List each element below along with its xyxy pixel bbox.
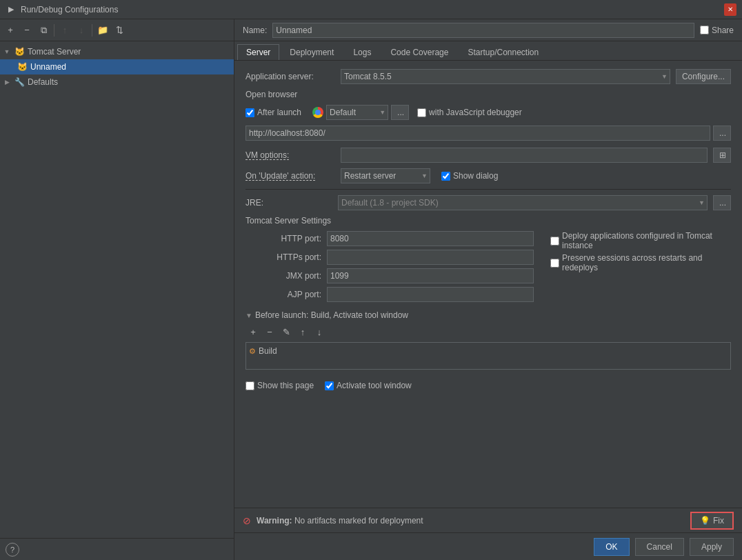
- jre-label: JRE:: [245, 198, 335, 208]
- config-tree: ▼ 🐱 Tomcat Server 🐱 Unnamed ▶ 🔧 Defaults: [0, 41, 234, 538]
- jre-select[interactable]: Default (1.8 - project SDK): [338, 195, 708, 210]
- tree-item-unnamed[interactable]: 🐱 Unnamed: [0, 59, 234, 74]
- js-debugger-label: with JavaScript debugger: [417, 108, 522, 117]
- on-update-label: On 'Update' action:: [245, 171, 335, 181]
- js-debugger-label-text: with JavaScript debugger: [429, 108, 522, 117]
- move-up-button[interactable]: ↑: [57, 23, 72, 38]
- preserve-sessions-text: Preserve sessions across restarts and re…: [562, 253, 731, 272]
- show-this-page-checkbox[interactable]: [245, 381, 254, 390]
- open-browser-header: Open browser: [245, 90, 731, 99]
- folder-button[interactable]: 📁: [95, 23, 110, 38]
- title-bar: ▶ Run/Debug Configurations ✕: [0, 0, 742, 19]
- add-config-button[interactable]: +: [3, 23, 18, 38]
- tab-code-coverage[interactable]: Code Coverage: [381, 44, 457, 60]
- tab-startup-connection[interactable]: Startup/Connection: [459, 44, 548, 60]
- defaults-icon: 🔧: [14, 77, 25, 88]
- open-browser-section: Open browser After launch Default ▼: [245, 90, 731, 141]
- http-port-label: HTTP port:: [245, 234, 321, 243]
- help-button[interactable]: ?: [6, 543, 19, 557]
- show-dialog-label: Show dialog: [441, 171, 498, 181]
- https-port-input[interactable]: [327, 250, 534, 265]
- remove-config-button[interactable]: −: [19, 23, 34, 38]
- url-input[interactable]: [245, 126, 710, 141]
- before-launch-down-button[interactable]: ↓: [312, 324, 327, 339]
- on-update-row: On 'Update' action: Restart server ▼ Sho…: [245, 168, 731, 183]
- on-update-select[interactable]: Restart server: [341, 168, 430, 183]
- tree-label-defaults: Defaults: [28, 77, 58, 87]
- ajp-port-input[interactable]: [327, 287, 534, 302]
- name-input[interactable]: [272, 23, 694, 38]
- jmx-port-label: JMX port:: [245, 271, 321, 281]
- ok-button[interactable]: OK: [594, 538, 629, 556]
- tomcat-settings-title: Tomcat Server Settings: [245, 216, 731, 226]
- apply-button[interactable]: Apply: [690, 538, 734, 556]
- url-more-button[interactable]: ...: [713, 126, 731, 141]
- activate-tool-window-label: Activate tool window: [325, 381, 412, 390]
- app-icon: ▶: [6, 4, 17, 15]
- left-bottom-bar: ?: [0, 538, 234, 560]
- jmx-port-input[interactable]: [327, 268, 534, 283]
- vm-options-expand-button[interactable]: ⊞: [713, 148, 731, 163]
- before-launch-title: Before launch: Build, Activate tool wind…: [255, 310, 408, 320]
- https-port-label: HTTPs port:: [245, 252, 321, 262]
- after-launch-row: After launch Default ▼ ...: [245, 105, 731, 120]
- vm-options-input[interactable]: [341, 148, 708, 163]
- show-dialog-checkbox[interactable]: [441, 172, 450, 181]
- unnamed-icon: 🐱: [17, 61, 28, 72]
- browser-more-button[interactable]: ...: [391, 105, 409, 120]
- configure-button[interactable]: Configure...: [676, 69, 731, 84]
- before-launch-edit-button[interactable]: ✎: [279, 324, 294, 339]
- preserve-sessions-checkbox[interactable]: [550, 259, 559, 268]
- tree-item-tomcat-server[interactable]: ▼ 🐱 Tomcat Server: [0, 44, 234, 59]
- sort-button[interactable]: ⇅: [112, 23, 127, 38]
- warning-bar: ⊘ Warning: No artifacts marked for deplo…: [234, 508, 742, 532]
- after-launch-checkbox[interactable]: [245, 108, 254, 117]
- before-launch-header: ▼ Before launch: Build, Activate tool wi…: [245, 310, 731, 320]
- name-row: Name: Share: [234, 19, 742, 41]
- before-launch-add-button[interactable]: +: [245, 324, 261, 339]
- jre-more-button[interactable]: ...: [713, 195, 731, 210]
- app-server-row: Application server: Tomcat 8.5.5 ▼ Confi…: [245, 69, 731, 84]
- tab-logs[interactable]: Logs: [344, 44, 380, 60]
- left-panel: + − ⧉ ↑ ↓ 📁 ⇅ ▼ 🐱 Tomcat Server 🐱 Unname…: [0, 19, 234, 560]
- fix-button[interactable]: 💡 Fix: [690, 512, 734, 530]
- separator-1: [245, 189, 731, 190]
- js-debugger-checkbox[interactable]: [417, 108, 426, 117]
- expand-arrow-tomcat: ▼: [3, 48, 11, 55]
- app-server-select[interactable]: Tomcat 8.5.5: [341, 69, 670, 84]
- fix-label: Fix: [713, 516, 724, 526]
- before-launch-collapse-arrow[interactable]: ▼: [245, 312, 252, 319]
- tomcat-settings: Tomcat Server Settings HTTP port: HTTPs …: [245, 216, 731, 302]
- name-label: Name:: [243, 26, 267, 35]
- activate-tool-window-text: Activate tool window: [337, 381, 412, 390]
- close-button[interactable]: ✕: [724, 3, 736, 16]
- cancel-button[interactable]: Cancel: [635, 538, 684, 556]
- move-down-button[interactable]: ↓: [74, 23, 89, 38]
- title-bar-text: Run/Debug Configurations: [21, 5, 720, 14]
- share-label: Share: [700, 26, 734, 35]
- build-item-label: Build: [259, 346, 277, 356]
- app-server-label: Application server:: [245, 72, 335, 81]
- copy-config-button[interactable]: ⧉: [36, 23, 51, 38]
- tabs-bar: Server Deployment Logs Code Coverage Sta…: [234, 41, 742, 61]
- share-checkbox[interactable]: [700, 26, 709, 34]
- tomcat-icon: 🐱: [14, 46, 25, 57]
- browser-select[interactable]: Default: [326, 105, 388, 120]
- deploy-apps-checkbox[interactable]: [550, 237, 559, 246]
- vm-options-row: VM options: ⊞: [245, 148, 731, 163]
- activate-tool-window-checkbox[interactable]: [325, 381, 334, 390]
- before-launch-toolbar: + − ✎ ↑ ↓: [245, 324, 731, 339]
- before-launch-up-button[interactable]: ↑: [295, 324, 310, 339]
- tab-server[interactable]: Server: [237, 44, 279, 60]
- before-launch-remove-button[interactable]: −: [262, 324, 277, 339]
- tab-deployment[interactable]: Deployment: [281, 44, 343, 60]
- deploy-apps-label: Deploy applications configured in Tomcat…: [550, 231, 731, 250]
- show-this-page-text: Show this page: [257, 381, 314, 390]
- http-port-input[interactable]: [327, 231, 534, 246]
- preserve-sessions-label: Preserve sessions across restarts and re…: [550, 253, 731, 272]
- tree-item-defaults[interactable]: ▶ 🔧 Defaults: [0, 74, 234, 90]
- build-icon: ⚙: [249, 347, 256, 356]
- warning-text: Warning: No artifacts marked for deploym…: [257, 516, 685, 526]
- ports-section: HTTP port: HTTPs port: JMX port: AJP por…: [245, 231, 534, 302]
- expand-arrow-defaults: ▶: [3, 79, 11, 86]
